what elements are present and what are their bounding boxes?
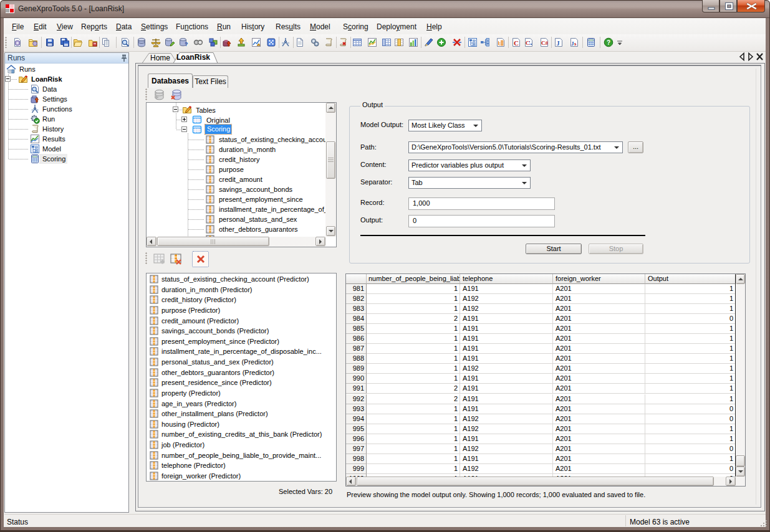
svg-text:s: s	[574, 40, 577, 47]
svg-text:C: C	[526, 40, 530, 46]
svg-text:C#: C#	[541, 40, 548, 46]
svg-text:J: J	[557, 40, 560, 47]
svg-text:?: ?	[607, 39, 610, 46]
svg-text:C: C	[514, 39, 519, 47]
svg-text:?: ?	[185, 41, 188, 47]
